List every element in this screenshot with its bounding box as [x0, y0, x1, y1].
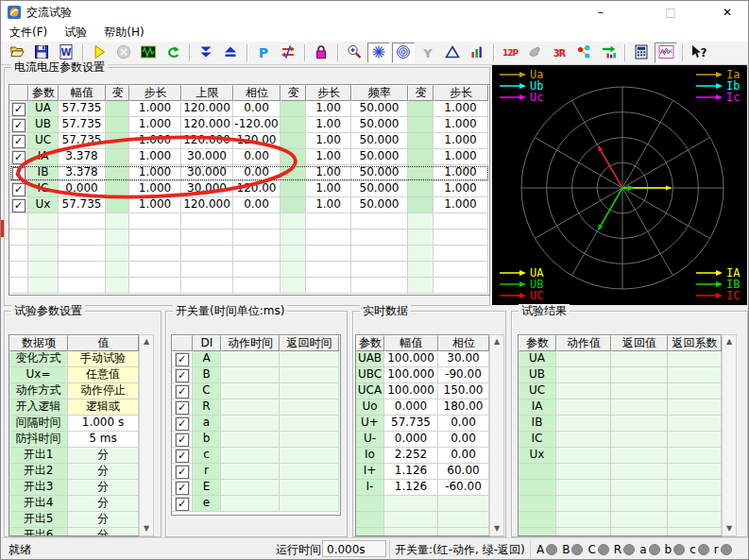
twelve-phase-button[interactable]: 12P	[499, 42, 521, 63]
vector-dots-button[interactable]	[572, 42, 595, 63]
amplitude-cell[interactable]: 3.378	[59, 165, 106, 181]
fault-toggle-button[interactable]	[277, 42, 299, 63]
var-cell[interactable]	[106, 181, 129, 197]
step-cell[interactable]: 1.000	[434, 101, 488, 117]
scroll-up-icon[interactable]: ▲	[140, 335, 153, 348]
undo-button[interactable]	[162, 42, 184, 63]
checkbox-cell[interactable]: ✓	[172, 496, 193, 512]
row-checkbox[interactable]: ✓	[12, 103, 26, 116]
checkbox-cell[interactable]: ✓	[172, 399, 193, 416]
phase-cell[interactable]: 0.00	[233, 197, 281, 213]
scroll-up-icon[interactable]: ▲	[490, 335, 503, 348]
amplitude-cell[interactable]: 57.735	[59, 133, 106, 149]
frequency-cell[interactable]: 50.000	[351, 149, 408, 165]
row-checkbox[interactable]: ✓	[176, 385, 189, 399]
param-cell[interactable]: UA	[28, 101, 59, 117]
value-cell[interactable]: 分	[68, 528, 139, 536]
vector-burst-button[interactable]	[367, 42, 390, 63]
amplitude-cell[interactable]: 57.735	[59, 197, 106, 213]
value-cell[interactable]: 5 ms	[68, 432, 139, 448]
step-cell[interactable]: 1.000	[129, 133, 181, 149]
checkbox-cell[interactable]: ✓	[172, 464, 193, 480]
var-cell[interactable]	[281, 133, 306, 149]
var-cell[interactable]	[106, 197, 129, 213]
menu-test[interactable]: 试验	[56, 24, 95, 42]
phase-cell[interactable]: 0.00	[233, 165, 281, 181]
checkbox-cell[interactable]: ✓	[172, 480, 193, 496]
frequency-cell[interactable]: 50.000	[351, 133, 408, 149]
row-checkbox[interactable]: ✓	[176, 417, 189, 431]
var-cell[interactable]	[281, 101, 306, 117]
row-checkbox[interactable]: ✓	[176, 450, 189, 463]
row-checkbox[interactable]: ✓	[176, 369, 189, 382]
value-cell[interactable]: 分	[68, 512, 139, 528]
scroll-down-icon[interactable]: ▼	[140, 522, 153, 535]
step-cell[interactable]: 1.00	[306, 117, 351, 133]
var-cell[interactable]	[408, 117, 434, 133]
row-checkbox[interactable]: ✓	[12, 135, 26, 148]
var-cell[interactable]	[106, 165, 129, 181]
var-cell[interactable]	[106, 149, 129, 165]
row-checkbox[interactable]: ✓	[12, 199, 26, 212]
step-cell[interactable]: 1.000	[129, 117, 181, 133]
amplitude-cell[interactable]: 3.378	[59, 149, 106, 165]
frequency-cell[interactable]: 50.000	[351, 101, 408, 117]
var-cell[interactable]	[408, 101, 434, 117]
limit-cell[interactable]: 30.000	[181, 165, 233, 181]
limit-cell[interactable]: 120.000	[181, 133, 233, 149]
step-down-button[interactable]	[195, 42, 217, 63]
step-up-button[interactable]	[219, 42, 242, 63]
polar-view-button[interactable]	[392, 42, 415, 63]
step-cell[interactable]: 1.00	[306, 149, 351, 165]
var-cell[interactable]	[408, 133, 434, 149]
close-button[interactable]: ✕	[711, 1, 743, 24]
row-checkbox[interactable]: ✓	[176, 466, 189, 479]
step-cell[interactable]: 1.000	[129, 149, 181, 165]
test-params-scrollbar[interactable]: ▲ ▼	[139, 334, 154, 536]
step-cell[interactable]: 1.000	[434, 181, 488, 197]
curve-view-button[interactable]	[655, 42, 677, 63]
minimize-button[interactable]: –	[585, 1, 617, 24]
var-cell[interactable]	[408, 197, 434, 213]
param-cell[interactable]: UB	[28, 117, 59, 133]
checkbox-cell[interactable]: ✓	[172, 432, 193, 448]
output-sequence-button[interactable]	[597, 42, 620, 63]
limit-cell[interactable]: 120.000	[181, 101, 233, 117]
step-cell[interactable]: 1.000	[129, 197, 181, 213]
step-cell[interactable]: 1.000	[434, 197, 488, 213]
phase-button[interactable]: P	[252, 42, 275, 63]
row-checkbox[interactable]: ✓	[176, 482, 189, 495]
var-cell[interactable]	[106, 117, 129, 133]
scroll-down-icon[interactable]: ▼	[490, 522, 503, 535]
value-cell[interactable]: 任意值	[68, 367, 139, 383]
var-cell[interactable]	[408, 165, 434, 181]
value-cell[interactable]: 1.000 s	[68, 416, 139, 432]
var-cell[interactable]	[106, 133, 129, 149]
row-checkbox[interactable]: ✓	[176, 401, 189, 415]
checkbox-cell[interactable]: ✓	[172, 383, 193, 399]
menu-help[interactable]: 帮助(H)	[95, 24, 152, 42]
step-cell[interactable]: 1.00	[306, 101, 351, 117]
var-cell[interactable]	[408, 181, 434, 197]
step-cell[interactable]: 1.000	[434, 165, 488, 181]
limit-cell[interactable]: 30.000	[181, 181, 233, 197]
lock-button[interactable]	[310, 42, 332, 63]
amplitude-cell[interactable]: 57.735	[59, 117, 106, 133]
var-cell[interactable]	[281, 149, 306, 165]
row-checkbox[interactable]: ✓	[12, 119, 26, 132]
limit-cell[interactable]: 120.000	[181, 197, 233, 213]
context-help-button[interactable]: ?	[688, 42, 710, 63]
calculator-button[interactable]	[630, 42, 653, 63]
three-phase-button[interactable]: 3R	[548, 42, 570, 63]
waveform-display-button[interactable]	[137, 42, 160, 63]
phase-cell[interactable]: 120.00	[233, 133, 281, 149]
frequency-cell[interactable]: 50.000	[351, 181, 408, 197]
step-cell[interactable]: 1.000	[129, 181, 181, 197]
var-cell[interactable]	[281, 197, 306, 213]
results-scrollbar[interactable]: ▲ ▼	[722, 334, 737, 536]
phase-cell[interactable]: 0.00	[233, 101, 281, 117]
amplitude-cell[interactable]: 57.735	[59, 101, 106, 117]
row-checkbox[interactable]: ✓	[176, 498, 189, 511]
phase-cell[interactable]: 0.00	[233, 149, 281, 165]
var-cell[interactable]	[281, 181, 306, 197]
